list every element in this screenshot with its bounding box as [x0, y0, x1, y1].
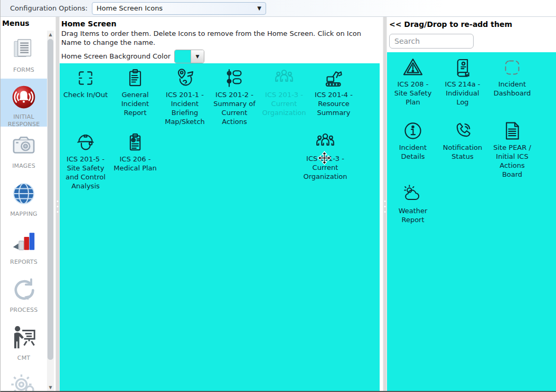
sidebar-item[interactable]: REPORTS	[1, 223, 47, 271]
home-icon-tile[interactable]: Weather Report	[388, 182, 438, 245]
home-icon-tile[interactable]: ICS 201-3 - Current Organization	[259, 66, 309, 130]
configuration-window: Configuration Options: Home Screen Icons…	[0, 0, 556, 392]
home-icon-label[interactable]: Check In/Out	[63, 90, 108, 99]
home-icon-label[interactable]: General Incident Report	[112, 90, 158, 117]
forms-icon	[9, 35, 39, 64]
scan-frame-icon	[75, 68, 96, 89]
sidebar-item[interactable]	[1, 367, 47, 391]
menus-list: FORMS INITIAL RESPONSE IMAGES MAPPING RE…	[1, 31, 47, 391]
sidebar-item-label: IMAGES	[12, 162, 35, 170]
logbook-icon	[452, 57, 473, 78]
camera-icon	[9, 131, 39, 160]
dragging-tile-label[interactable]: ICS 201-3 - Current Organization	[303, 154, 348, 181]
splitter-grip-icon	[384, 200, 386, 213]
home-icon-label[interactable]: ICS 201-2 - Summary of Current Actions	[212, 90, 257, 127]
phone-signal-icon	[452, 120, 473, 141]
medical-clipboard-icon	[125, 132, 146, 153]
home-screen-panel: Home Screen Drag Items to order them. De…	[60, 17, 383, 391]
clipboard-icon	[125, 68, 146, 89]
home-icon-tile[interactable]: ICS 201-4 - Resource Summary	[309, 66, 359, 130]
home-icon-label[interactable]: ICS 201-5 - Site Safety and Control Anal…	[63, 155, 108, 191]
sun-cloud-icon	[402, 184, 423, 205]
sidebar-scrollbar[interactable]: ▲ ▼	[47, 31, 54, 391]
alarm-bell-icon	[9, 83, 39, 111]
home-screen-instructions: Drag Items to order them. Delete Icons t…	[61, 30, 378, 47]
home-icon-label[interactable]: ICS 208 - Site Safety Plan	[390, 80, 436, 107]
sidebar-splitter[interactable]	[55, 17, 60, 391]
document-icon	[502, 120, 523, 141]
search-input[interactable]	[389, 34, 474, 49]
home-icon-tile[interactable]: General Incident Report	[110, 66, 160, 130]
readd-panel: << Drag/Drop to re-add them ICS 208 - Si…	[387, 17, 556, 391]
gears-icon	[9, 371, 39, 391]
home-icon-tile[interactable]: ICS 206 - Medical Plan	[110, 130, 160, 195]
sidebar-item[interactable]: FORMS	[1, 31, 47, 79]
menus-sidebar: Menus FORMS INITIAL RESPONSE IMAGES MAPP…	[1, 17, 55, 391]
sidebar-item[interactable]: IMAGES	[1, 127, 47, 175]
readd-panel-header: << Drag/Drop to re-add them	[387, 17, 556, 52]
scrollbar-thumb[interactable]	[48, 39, 53, 360]
sidebar-item-label: REPORTS	[10, 259, 37, 266]
home-icon-tile[interactable]: ICS 201-2 - Summary of Current Actions	[210, 66, 259, 130]
home-icon-tile[interactable]: Incident Details	[388, 119, 438, 182]
people-group-icon	[274, 68, 295, 89]
menus-title: Menus	[1, 17, 55, 29]
scroll-down-icon[interactable]: ▼	[47, 384, 54, 391]
refresh-icon	[9, 275, 39, 304]
home-icon-label[interactable]: Weather Report	[390, 206, 436, 224]
home-icon-label[interactable]: ICS 201-1 - Incident Briefing Map/Sketch	[162, 90, 208, 127]
sidebar-item-label: CMT	[17, 355, 31, 362]
readd-panel-splitter[interactable]	[383, 17, 387, 391]
configuration-options-select[interactable]: Home Screen Icons ▼	[92, 2, 266, 15]
sidebar-item[interactable]: CMT	[1, 319, 47, 367]
info-circle-icon	[402, 120, 423, 141]
splitter-grip-icon	[57, 200, 59, 213]
dragging-tile-wrapper: ICS 201-3 - Current Organization	[300, 130, 351, 181]
configuration-options-label: Configuration Options:	[10, 4, 88, 12]
sidebar-item[interactable]: PROCESS	[1, 271, 47, 319]
home-icon-tile[interactable]: ICS 201-1 - Incident Briefing Map/Sketch	[160, 66, 210, 130]
home-icon-label[interactable]: Incident Dashboard	[489, 80, 535, 98]
sidebar-item-label: MAPPING	[10, 211, 37, 218]
readd-panel-title: << Drag/Drop to re-add them	[389, 20, 556, 28]
configuration-options-value: Home Screen Icons	[97, 4, 163, 12]
home-icon-tile[interactable]: ICS 214a - Individual Log	[438, 55, 487, 119]
bg-color-picker: ▼	[174, 50, 204, 63]
home-icon-tile[interactable]: Site PEAR / Initial ICS Actions Board	[487, 119, 537, 182]
people-group-icon	[315, 131, 336, 152]
home-icon-label[interactable]: ICS 201-4 - Resource Summary	[311, 90, 356, 117]
map-pin-globe-icon	[174, 68, 195, 89]
home-icon-tile[interactable]: Check In/Out	[61, 66, 110, 130]
bg-color-swatch[interactable]	[175, 50, 191, 63]
bg-color-label: Home Screen Background Color	[61, 52, 171, 60]
home-icon-tile[interactable]: ICS 201-5 - Site Safety and Control Anal…	[61, 130, 110, 195]
sidebar-item-label: INITIAL RESPONSE	[1, 113, 47, 128]
home-icon-label[interactable]: ICS 214a - Individual Log	[440, 80, 485, 107]
sidebar-item[interactable]: INITIAL RESPONSE	[1, 79, 47, 127]
timeline-icon	[224, 68, 245, 89]
home-icon-label[interactable]: Notification Status	[440, 143, 485, 161]
globe-icon	[9, 179, 39, 208]
warning-triangle-icon	[402, 57, 423, 78]
bar-chart-icon	[9, 227, 39, 256]
dragging-tile-ics-201-3[interactable]: ICS 201-3 - Current Organization	[300, 130, 351, 181]
excavator-icon	[323, 68, 344, 89]
bg-color-dropdown-button[interactable]: ▼	[191, 50, 204, 63]
hard-hat-icon	[75, 132, 96, 153]
presentation-icon	[9, 323, 39, 352]
home-icon-label[interactable]: ICS 206 - Medical Plan	[112, 155, 158, 173]
home-icon-label[interactable]: ICS 201-3 - Current Organization	[261, 90, 307, 117]
home-icon-tile[interactable]: Notification Status	[438, 119, 487, 182]
home-icon-label[interactable]: Incident Details	[390, 143, 436, 161]
top-bar: Configuration Options: Home Screen Icons…	[1, 0, 556, 17]
home-icon-tile[interactable]: ICS 208 - Site Safety Plan	[388, 55, 438, 119]
home-icon-tile[interactable]: Incident Dashboard	[487, 55, 537, 119]
sidebar-item-label: FORMS	[13, 66, 34, 74]
scroll-up-icon[interactable]: ▲	[47, 31, 54, 38]
chevron-down-icon: ▼	[196, 54, 200, 59]
sidebar-item[interactable]: MAPPING	[1, 175, 47, 223]
home-screen-header: Home Screen Drag Items to order them. De…	[60, 17, 383, 63]
home-screen-title: Home Screen	[61, 20, 380, 28]
readd-grid: ICS 208 - Site Safety Plan ICS 214a - In…	[387, 52, 556, 245]
home-icon-label[interactable]: Site PEAR / Initial ICS Actions Board	[489, 143, 535, 179]
